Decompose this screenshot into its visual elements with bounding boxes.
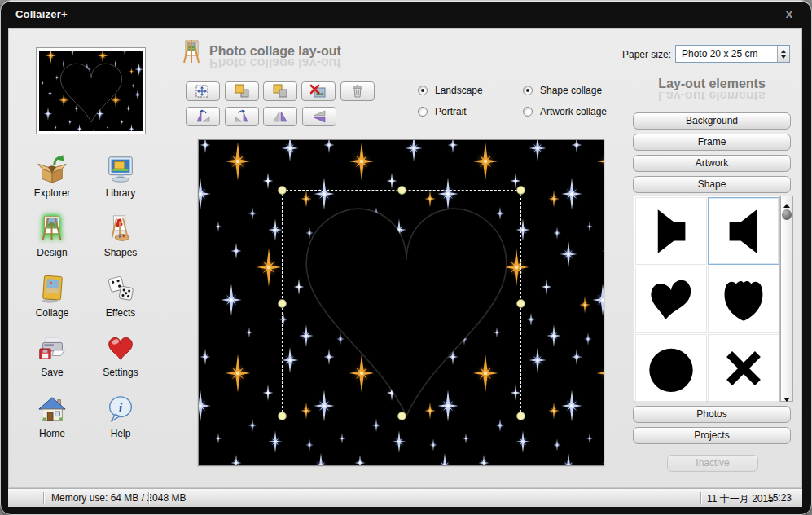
bring-forward-button[interactable] — [225, 81, 259, 101]
computer-icon — [105, 154, 136, 185]
shape-gallery-scrollbar[interactable] — [780, 196, 793, 402]
artwork-button[interactable]: Artwork — [633, 155, 791, 172]
collage-thumbnail — [36, 47, 146, 134]
send-backward-button[interactable] — [263, 81, 297, 101]
sidebar-item-label: Collage — [18, 307, 86, 319]
shape-gallery — [634, 196, 780, 402]
shape-heart[interactable] — [635, 266, 707, 333]
handle-top-right[interactable] — [516, 186, 525, 195]
rotate-right-button[interactable] — [225, 107, 259, 126]
handle-top-left[interactable] — [278, 186, 287, 195]
close-icon[interactable]: x — [780, 5, 798, 23]
shape-shield[interactable] — [708, 266, 779, 333]
speaker-left-shape — [720, 208, 767, 255]
collage-canvas[interactable] — [198, 139, 604, 466]
radio-label: Portrait — [435, 106, 467, 117]
radio-portrait[interactable]: Portrait — [418, 106, 467, 117]
shield-shape — [720, 276, 767, 324]
layout-elements-title-reflection: Lay-out elements — [627, 92, 797, 103]
printer-floppy-icon — [37, 333, 68, 364]
easel-icon — [180, 38, 203, 68]
trash-icon — [348, 84, 367, 99]
status-time: 15:23 — [767, 492, 792, 504]
sidebar-item-effects[interactable]: Effects — [86, 274, 155, 319]
rotate-right-icon — [232, 109, 252, 124]
cross-shape — [720, 345, 767, 392]
sidebar-item-label: Shapes — [86, 247, 155, 258]
handle-bottom-right[interactable] — [516, 412, 525, 420]
paper-size-label: Paper size: — [622, 49, 671, 60]
sidebar-item-label: Help — [86, 428, 155, 439]
handle-top-middle[interactable] — [397, 186, 406, 195]
sidebar-item-design[interactable]: Design — [18, 213, 86, 258]
shape-cross[interactable] — [708, 334, 779, 402]
status-bar: Memory use: 64 MB / 2048 MB 11 十一月 2015 … — [8, 488, 802, 507]
sidebar-item-label: Effects — [86, 307, 155, 319]
radio-label: Landscape — [435, 85, 483, 96]
layout-elements-title: Lay-out elements — [627, 77, 797, 91]
handle-middle-right[interactable] — [516, 299, 525, 308]
circle-shape — [647, 345, 695, 392]
shape-speaker-left[interactable] — [708, 197, 779, 265]
scroll-down-icon[interactable] — [781, 390, 792, 401]
sidebar-item-label: Save — [18, 367, 86, 378]
frame-button[interactable]: Frame — [633, 134, 791, 151]
open-box-icon — [37, 154, 68, 185]
sidebar-item-save[interactable]: Save — [18, 333, 86, 378]
projects-button[interactable]: Projects — [633, 427, 791, 444]
page-title: Photo collage lay-out — [209, 44, 341, 59]
background-button[interactable]: Background — [633, 112, 791, 130]
sidebar-item-shapes[interactable]: Shapes — [86, 213, 155, 258]
scroll-up-icon[interactable] — [781, 196, 792, 207]
memory-usage: Memory use: 64 MB / 2048 MB — [51, 492, 186, 504]
heart-shape — [647, 276, 695, 324]
flip-horizontal-button[interactable] — [263, 107, 297, 126]
send-backward-icon — [270, 84, 290, 99]
radio-label: Artwork collage — [540, 106, 607, 117]
handle-middle-left[interactable] — [278, 299, 287, 308]
radio-icon — [418, 86, 428, 95]
selection-rectangle[interactable] — [282, 190, 521, 416]
paper-size-select[interactable]: Photo 20 x 25 cm — [675, 45, 790, 63]
shape-button[interactable]: Shape — [633, 176, 791, 193]
rotate-left-button[interactable] — [186, 107, 220, 126]
heart-icon — [105, 333, 136, 364]
spinner-icon[interactable] — [777, 46, 789, 62]
status-date: 11 十一月 2015 — [707, 492, 774, 506]
flip-vertical-button[interactable] — [302, 107, 336, 126]
easel-glow-icon — [37, 213, 68, 244]
sidebar-item-label: Library — [86, 187, 155, 199]
radio-label: Shape collage — [540, 85, 602, 96]
sidebar-item-label: Design — [18, 247, 86, 258]
radio-icon — [523, 86, 533, 95]
radio-landscape[interactable]: Landscape — [418, 85, 483, 96]
photos-button[interactable]: Photos — [633, 406, 791, 423]
handle-bottom-left[interactable] — [278, 412, 287, 420]
radio-artwork-collage[interactable]: Artwork collage — [523, 106, 607, 117]
sidebar-item-help[interactable]: i Help — [86, 394, 155, 439]
delete-image-button[interactable] — [301, 81, 336, 101]
shape-circle[interactable] — [635, 334, 707, 402]
flip-horizontal-icon — [270, 109, 290, 124]
radio-shape-collage[interactable]: Shape collage — [523, 85, 602, 96]
scrollbar-thumb[interactable] — [782, 209, 792, 220]
sidebar-item-label: Explorer — [18, 187, 86, 199]
app-window: Collaizer+ x Explorer Library Design Sha… — [0, 0, 812, 515]
sidebar-item-settings[interactable]: Settings — [86, 333, 155, 378]
shape-speaker-right[interactable] — [635, 197, 707, 265]
sidebar-item-label: Home — [18, 428, 86, 439]
sidebar-item-library[interactable]: Library — [86, 154, 155, 199]
sidebar-item-explorer[interactable]: Explorer — [18, 154, 86, 199]
info-bubble-icon: i — [105, 394, 136, 425]
transform-button[interactable] — [186, 81, 220, 101]
house-icon — [37, 394, 68, 425]
bring-forward-icon — [232, 84, 252, 99]
rotate-left-icon — [193, 109, 213, 124]
sidebar-item-collage[interactable]: Collage — [18, 274, 86, 319]
picture-frame-icon — [37, 274, 68, 305]
dice-icon — [105, 274, 136, 305]
trash-button[interactable] — [340, 81, 375, 101]
handle-bottom-middle[interactable] — [397, 412, 406, 420]
radio-icon — [418, 107, 428, 117]
sidebar-item-home[interactable]: Home — [18, 394, 86, 439]
